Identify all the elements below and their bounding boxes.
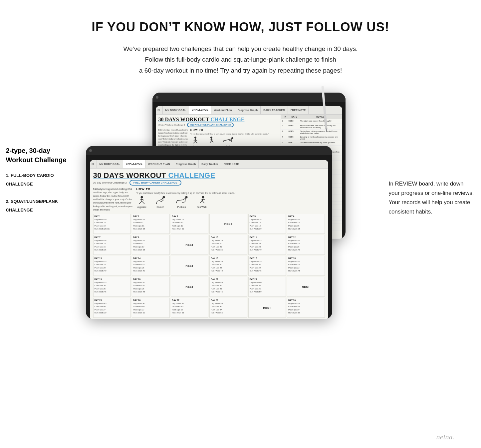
back-nav-free[interactable]: FREE NOTE	[288, 106, 309, 114]
exercise-run-walk: Run/Walk	[196, 196, 207, 208]
front-howto-note: "If you don't know exactly how to work o…	[136, 192, 325, 194]
stylus-tip	[326, 129, 327, 132]
back-tablet-topbar	[152, 93, 346, 102]
svg-line-21	[142, 201, 144, 204]
svg-point-24	[162, 196, 165, 198]
brand-logo: nelna.	[436, 433, 454, 441]
front-challenge-badge: FULL-BODY CARDIO CHALLENGE	[129, 180, 181, 186]
svg-line-35	[202, 201, 204, 203]
front-nav-progress[interactable]: Progress Graph	[173, 160, 199, 168]
back-tablet-nav: ⊡ MY BODY GOAL CHALLENGE Workout PLan Pr…	[156, 106, 342, 115]
front-challenge-title: 30 DAYS WORKOUT CHALLENGE	[93, 171, 325, 180]
back-nav-daily[interactable]: DAILY TRACKER	[261, 106, 288, 114]
exercise-leg-raise: Leg raise	[136, 196, 147, 208]
front-nav-daily[interactable]: Daily Tracker	[199, 160, 221, 168]
front-day-26: DAY 26 Leg raises 45Crunches 40Push-ups …	[132, 298, 170, 318]
front-challenge-desc: Full-body burning workout challenge that…	[93, 188, 133, 212]
back-nav-body-icon[interactable]: ⊡	[156, 106, 163, 114]
front-day-16: DAY 16 Leg raises 30Crunches 30Push-ups …	[209, 256, 247, 276]
page-subtitle: We’ve prepared two challenges that can h…	[27, 44, 454, 76]
svg-line-29	[176, 201, 177, 203]
challenge-type-label: 2-type, 30-day Workout Challenge	[6, 146, 79, 165]
page-title: IF YOU DON’T KNOW HOW, JUST FOLLOW US!	[27, 20, 454, 34]
svg-line-34	[200, 201, 202, 203]
front-howto-section: HOW TO "If you don't know exactly how to…	[136, 188, 325, 212]
front-day-29-rest: REST	[248, 298, 286, 318]
front-nav-challenge[interactable]: CHALLENGE	[123, 160, 145, 168]
tablets-row: 2-type, 30-day Workout Challenge 1. FULL…	[27, 93, 454, 299]
svg-line-30	[185, 198, 185, 202]
front-day-12: DAY 12 Leg raises 25Crunches 25Push-ups …	[287, 235, 325, 255]
front-day-30: DAY 30 Leg raises 50Crunches 50Push-ups …	[287, 298, 325, 318]
front-exercises: Leg raise Crunch	[136, 196, 325, 208]
front-day-17: DAY 17 Leg raises 35Crunches 30Push-ups …	[248, 256, 286, 276]
svg-line-23	[142, 199, 144, 200]
front-day-2: DAY 2 Leg raises 11Crunches 11Push-ups 1…	[132, 214, 170, 234]
front-tablet-camera	[89, 149, 92, 152]
page-wrapper: IF YOU DON’T KNOW HOW, JUST FOLLOW US! W…	[0, 0, 481, 448]
front-day-7: DAY 7 Leg raises 16Crunches 16Push-ups 1…	[93, 235, 131, 255]
front-day-5: DAY 5 Leg raises 14Crunches 15Push-ups 1…	[248, 214, 286, 234]
exercise-crunch: Crunch	[154, 196, 167, 208]
front-day-11: DAY 11 Leg raises 23Crunches 23Push-ups …	[248, 235, 286, 255]
challenge-list: 1. FULL-BODY CARDIO CHALLENGE 2. SQUAT/L…	[6, 171, 79, 215]
front-nav-free[interactable]: FREE NOTE	[221, 160, 242, 168]
front-tablet-topbar	[86, 146, 332, 155]
front-day-3: DAY 3 Leg raises 12Crunches 12Push-ups 1…	[171, 214, 209, 234]
left-panel: 2-type, 30-day Workout Challenge 1. FULL…	[6, 146, 79, 215]
front-subtitle-row: 30-day Workout Challenge 2 FULL-BODY CAR…	[93, 180, 325, 186]
front-day-24-rest: REST	[287, 277, 325, 297]
front-day-13: DAY 13 Leg raises 25Crunches 25Push-ups …	[93, 256, 131, 276]
content-area: 2-type, 30-day Workout Challenge 1. FULL…	[27, 93, 454, 299]
svg-line-20	[139, 201, 142, 204]
front-howto-label: HOW TO	[136, 188, 325, 191]
front-body-section: Full-body burning workout challenge that…	[93, 188, 325, 212]
exercise-pushup: Push up	[174, 196, 190, 208]
tablets-container: ⊡ MY BODY GOAL CHALLENGE Workout PLan Pr…	[86, 93, 379, 299]
front-day-23: DAY 23 Leg raises 40Crunches 35Push-ups …	[248, 277, 286, 297]
front-tablet-nav: ⊡ MY BODY GOAL CHALLENGE WORKOUT PLAN Pr…	[90, 160, 328, 169]
front-tablet: ⊡ MY BODY GOAL CHALLENGE WORKOUT PLAN Pr…	[86, 146, 332, 319]
front-day-28: DAY 28 Leg raises 50Crunches 45Push-ups …	[209, 298, 247, 318]
svg-line-37	[203, 199, 205, 200]
svg-line-22	[140, 199, 142, 200]
front-day-10: DAY 10 Leg raises 20Crunches 20Push-ups …	[209, 235, 247, 255]
front-day-20: DAY 20 Leg raises 35Crunches 30Push-ups …	[132, 277, 170, 297]
back-nav-body-goal[interactable]: MY BODY GOAL	[163, 106, 189, 114]
svg-point-32	[202, 196, 204, 198]
front-day-18: DAY 18 Leg raises 35Crunches 35Push-ups …	[287, 256, 325, 276]
front-day-14: DAY 14 Leg raises 30Crunches 25Push-ups …	[132, 256, 170, 276]
front-day-27: DAY 27 Leg raises 45Crunches 40Push-ups …	[171, 298, 209, 318]
front-nav-body-goal[interactable]: MY BODY GOAL	[97, 160, 123, 168]
front-day-8: DAY 8 Leg raises 17Crunches 17Push-ups 1…	[132, 235, 170, 255]
front-day-21-rest: REST	[171, 277, 209, 297]
svg-line-31	[182, 202, 185, 203]
right-panel: In REVIEW board, write down your progres…	[389, 179, 475, 217]
right-panel-text: In REVIEW board, write down your progres…	[389, 179, 475, 217]
svg-point-28	[185, 196, 187, 198]
svg-line-26	[163, 198, 163, 201]
back-tablet-camera	[156, 96, 158, 99]
svg-line-25	[156, 201, 157, 204]
front-day-19: DAY 19 Leg raises 35Crunches 30Push-ups …	[93, 277, 131, 297]
back-nav-workout[interactable]: Workout PLan	[211, 106, 235, 114]
front-day-22: DAY 22 Leg raises 40Crunches 35Push-ups …	[209, 277, 247, 297]
front-day-1: DAY 1 Leg raises 10Crunches 10Push-ups 1…	[93, 214, 131, 234]
front-day-15-rest: REST	[171, 256, 209, 276]
front-day-4-rest: REST	[209, 214, 247, 234]
front-day-25: DAY 25 Leg raises 45Crunches 40Push-ups …	[93, 298, 131, 318]
front-day-6: DAY 6 Leg raises 15Crunches 15Push-ups 1…	[287, 214, 325, 234]
back-nav-challenge[interactable]: CHALLENGE	[189, 106, 211, 114]
front-tablet-screen: ⊡ MY BODY GOAL CHALLENGE WORKOUT PLAN Pr…	[90, 160, 328, 319]
front-nav-icon[interactable]: ⊡	[90, 160, 97, 168]
svg-line-27	[160, 201, 163, 202]
svg-point-18	[140, 196, 143, 198]
front-tablet-wrapper: ⊡ MY BODY GOAL CHALLENGE WORKOUT PLAN Pr…	[86, 119, 332, 319]
front-day-9-rest: REST	[171, 235, 209, 255]
front-day-grid: DAY 1 Leg raises 10Crunches 10Push-ups 1…	[93, 214, 325, 318]
back-nav-progress[interactable]: Progress Graph	[235, 106, 261, 114]
front-nav-workout[interactable]: WORKOUT PLAN	[145, 160, 173, 168]
